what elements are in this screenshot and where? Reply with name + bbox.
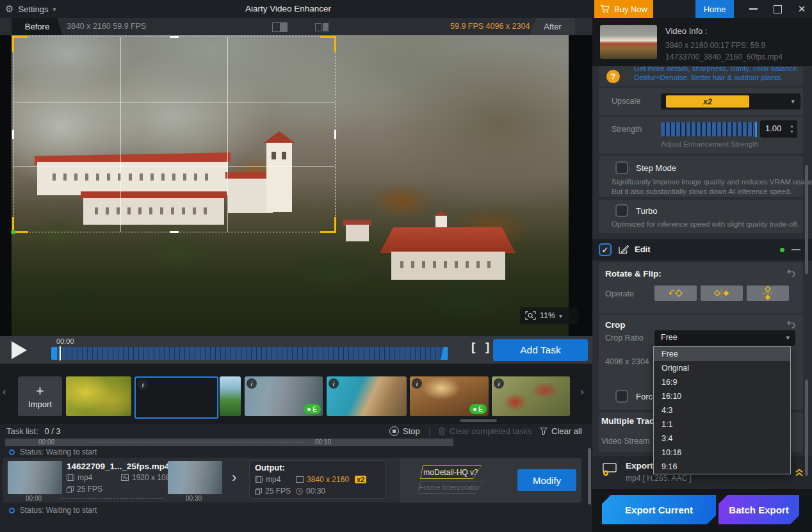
info-icon[interactable]: i — [494, 378, 504, 389]
media-thumb-mountain[interactable] — [220, 376, 241, 416]
trim-out-icon[interactable]: ] — [485, 340, 489, 354]
strength-spinner[interactable]: 1.00 ▲▼ — [760, 120, 797, 138]
clear-completed-label: Clear completed tasks — [450, 426, 532, 436]
strength-slider[interactable] — [661, 122, 754, 136]
minimize-button[interactable] — [743, 0, 763, 18]
panel-scrollbar[interactable] — [805, 380, 808, 476]
clear-completed-button[interactable]: Clear completed tasks — [438, 426, 532, 436]
media-thumb-leaves[interactable] — [66, 376, 131, 416]
clear-all-button[interactable]: Clear all — [540, 426, 582, 436]
undo-icon[interactable] — [786, 320, 797, 328]
info-icon[interactable]: i — [412, 378, 422, 389]
crop-handle-br[interactable] — [320, 217, 336, 233]
crop-ratio-option[interactable]: 3:4 — [654, 431, 790, 446]
timeline-track[interactable] — [51, 347, 448, 360]
status-dot-icon — [9, 449, 15, 455]
split-view-icon[interactable] — [272, 22, 288, 32]
help-icon[interactable]: ? — [606, 70, 620, 83]
crop-ratio-select[interactable]: Free ▾ — [654, 330, 795, 346]
home-button[interactable]: Home — [695, 0, 734, 18]
tab-before[interactable]: Before — [12, 18, 63, 35]
crop-resolution: 4096 x 2304 — [605, 357, 649, 366]
import-button[interactable]: + Import — [18, 376, 62, 416]
step-mode-section: Step Mode Significantly Improve image qu… — [599, 156, 803, 197]
crop-ratio-option[interactable]: 16:10 — [654, 389, 790, 403]
media-thumb-monastery-selected[interactable]: i — [134, 376, 218, 419]
tab-after[interactable]: After — [530, 18, 575, 35]
zoom-control[interactable]: 11% ▾ — [520, 307, 578, 324]
close-button[interactable]: × — [792, 0, 812, 18]
export-settings-icon — [601, 462, 618, 476]
modify-button[interactable]: Modify — [517, 469, 576, 491]
flip-vertical-button[interactable] — [747, 286, 789, 301]
crop-handle-left[interactable] — [12, 130, 14, 139]
strength-slider-handle[interactable] — [755, 122, 757, 137]
media-thumb-autumn[interactable]: i E — [410, 376, 489, 416]
undo-icon[interactable] — [786, 269, 797, 277]
step-mode-desc2: But it also substantially slows down AI … — [612, 188, 792, 195]
export-current-button[interactable]: Export Current — [602, 495, 716, 524]
settings-panel: Video Info : 3840 x 2160 00:17 FPS: 59.9… — [592, 18, 812, 532]
collapse-up-icon[interactable] — [794, 468, 804, 477]
buy-now-label: Buy Now — [614, 4, 647, 14]
step-mode-checkbox[interactable] — [615, 161, 628, 174]
crop-ratio-option[interactable]: Free — [654, 347, 790, 361]
info-icon[interactable]: i — [247, 378, 257, 389]
crop-ratio-option[interactable]: Original — [654, 361, 790, 375]
crop-handle-bottom[interactable] — [170, 231, 179, 233]
edit-checkbox[interactable]: ✓ — [599, 243, 612, 256]
crop-selection[interactable] — [13, 36, 336, 232]
preview-stage[interactable]: 11% ▾ — [0, 35, 592, 336]
crop-ratio-option[interactable]: 1:1 — [654, 417, 790, 431]
buy-now-button[interactable]: Buy Now — [594, 0, 653, 18]
crop-ratio-option[interactable]: 16:9 — [654, 375, 790, 389]
output-resolution: 59.9 FPS 4096 x 2304 — [450, 18, 530, 35]
play-button[interactable] — [12, 341, 27, 359]
flip-vertical-icon — [762, 286, 774, 300]
panel-scrollbar[interactable] — [805, 165, 808, 274]
model-badge[interactable]: moDetail-HQ v3 — [420, 465, 482, 479]
crop-ratio-option[interactable]: 4:3 — [654, 403, 790, 417]
side-by-side-icon[interactable] — [315, 23, 329, 31]
maximize-button[interactable] — [767, 0, 788, 18]
task-list-scrollbar[interactable] — [588, 448, 591, 504]
info-icon[interactable]: i — [329, 378, 339, 389]
upscale-select[interactable]: x2 ▾ — [661, 93, 800, 109]
spinner-arrows-icon[interactable]: ▲▼ — [790, 123, 794, 134]
crop-ratio-option[interactable]: 9:16 — [654, 460, 790, 474]
upscale-label: Upscale — [612, 97, 640, 106]
crop-ratio-option[interactable]: 10:16 — [654, 446, 790, 460]
trim-in-icon[interactable]: [ — [471, 340, 475, 354]
crop-handle-tr[interactable] — [320, 36, 336, 52]
add-task-button[interactable]: Add Task — [493, 339, 588, 361]
video-info-thumb — [600, 25, 657, 59]
strip-scroll-left-icon[interactable]: ‹ — [3, 385, 6, 398]
force-checkbox[interactable] — [615, 390, 628, 403]
crop-handle-top[interactable] — [170, 36, 179, 38]
frame-interpolation-badge: Frame Interpolation — [418, 481, 484, 494]
info-icon[interactable]: i — [138, 380, 148, 390]
strip-scrollbar[interactable] — [460, 419, 497, 422]
timeline-start-marker[interactable] — [51, 347, 57, 360]
timeline-cursor[interactable] — [60, 346, 61, 360]
stop-button[interactable]: Stop — [389, 426, 420, 436]
strength-caption: Adjust Enhancement Strength — [661, 140, 759, 148]
media-thumb-houses[interactable]: i — [492, 376, 570, 416]
task2-end-time: 00:30 — [186, 495, 202, 502]
collapse-icon[interactable] — [792, 249, 800, 250]
flip-horizontal-button[interactable] — [701, 286, 743, 301]
rotate-button[interactable] — [654, 286, 697, 301]
strip-scroll-right-icon[interactable]: › — [580, 385, 584, 398]
clear-all-label: Clear all — [551, 426, 582, 436]
crop-handle-tl[interactable] — [12, 36, 28, 52]
media-thumb-beach[interactable]: i — [327, 376, 407, 416]
media-thumb-ruins[interactable]: i E — [245, 376, 323, 416]
maximize-icon — [774, 5, 782, 13]
edit-icon — [618, 245, 629, 255]
crop-handle-right[interactable] — [334, 130, 336, 139]
task2-row[interactable]: 00:00 14622709_1..._25fps.mp4 mp4 1920 x… — [3, 458, 581, 503]
batch-export-button[interactable]: Batch Export — [719, 495, 799, 524]
task1-status-text: Status: Waiting to start — [20, 447, 97, 456]
turbo-checkbox[interactable] — [615, 204, 628, 217]
task1-timeline[interactable]: 00:00 00:10 — [5, 439, 453, 446]
